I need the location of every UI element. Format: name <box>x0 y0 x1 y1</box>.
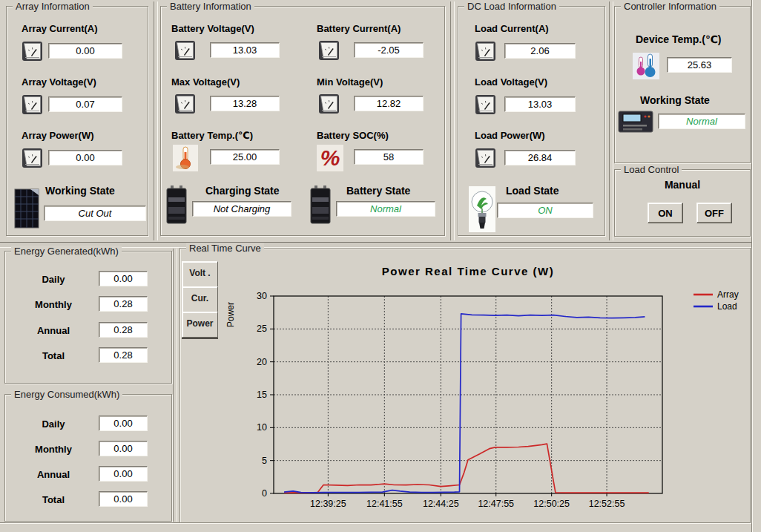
groupbox-title: Array Information <box>13 1 93 12</box>
load-state-field[interactable]: ON <box>497 203 593 218</box>
charging-state-label: Charging State <box>205 185 280 197</box>
percent-icon: % <box>317 145 343 171</box>
svg-text:12:44:25: 12:44:25 <box>423 499 459 509</box>
panel-separator <box>609 1 613 240</box>
array-voltage-label: Array Voltage(V) <box>22 76 96 88</box>
battery-state-field[interactable]: Normal <box>336 201 435 217</box>
svg-text:15: 15 <box>257 390 267 400</box>
load-power-field[interactable]: 26.84 <box>504 150 576 165</box>
min-voltage-field[interactable]: 12.82 <box>354 96 424 111</box>
max-voltage-field[interactable]: 13.28 <box>210 96 280 111</box>
svg-text:12:52:55: 12:52:55 <box>589 499 625 509</box>
array-working-state-field[interactable]: Cut Out <box>44 206 146 221</box>
gauge-icon <box>475 93 497 116</box>
svg-text:25: 25 <box>257 324 267 334</box>
real-time-curve-groupbox: Real Time Curve Volt . Cur. Power Power … <box>179 248 751 523</box>
array-voltage-field[interactable]: 0.07 <box>48 96 122 112</box>
tab-cur[interactable]: Cur. <box>182 286 218 312</box>
solar-panel-icon <box>13 188 41 231</box>
tab-volt[interactable]: Volt . <box>182 261 218 287</box>
battery-temp-field[interactable]: 25.00 <box>210 149 280 165</box>
consumed-annual-field[interactable]: 0.00 <box>99 466 148 482</box>
svg-text:Array: Array <box>717 289 739 300</box>
generated-monthly-field[interactable]: 0.28 <box>99 296 148 312</box>
thermometer-icon <box>173 145 198 171</box>
battery-current-field[interactable]: -2.05 <box>354 42 424 58</box>
battery-soc-label: Battery SOC(%) <box>317 130 389 141</box>
load-power-label: Load Power(W) <box>475 130 545 141</box>
battery-icon <box>165 185 188 225</box>
array-power-field[interactable]: 0.00 <box>48 150 122 165</box>
groupbox-title: Real Time Curve <box>186 243 264 254</box>
dc-load-information-groupbox: DC Load Information Load Current(A) 2.06… <box>458 6 605 236</box>
daily-label: Daily <box>27 418 79 430</box>
battery-state-label: Battery State <box>346 185 410 197</box>
max-voltage-label: Max Voltage(V) <box>171 76 240 88</box>
load-off-button[interactable]: OFF <box>696 203 732 223</box>
gauge-icon <box>22 147 44 169</box>
total-label: Total <box>27 494 79 505</box>
array-working-state-label: Working State <box>45 185 115 197</box>
panel-separator <box>450 1 455 240</box>
svg-text:5: 5 <box>262 456 267 466</box>
gauge-icon <box>174 93 197 115</box>
array-current-field[interactable]: 0.00 <box>48 43 122 59</box>
panel-separator <box>173 249 177 522</box>
svg-text:12:39:25: 12:39:25 <box>310 499 346 509</box>
battery-voltage-field[interactable]: 13.03 <box>210 42 280 58</box>
groupbox-title: Load Control <box>621 164 682 175</box>
gauge-icon <box>174 39 197 62</box>
annual-label: Annual <box>27 325 79 336</box>
load-state-label: Load State <box>506 185 559 197</box>
generated-daily-field[interactable]: 0.00 <box>99 271 148 286</box>
consumed-daily-field[interactable]: 0.00 <box>99 416 148 431</box>
svg-text:%: % <box>320 145 340 170</box>
window-edge-bottom <box>0 522 751 532</box>
daily-label: Daily <box>27 274 79 285</box>
battery-voltage-label: Battery Voltage(V) <box>171 23 254 34</box>
consumed-total-field[interactable]: 0.00 <box>99 491 148 507</box>
generated-annual-field[interactable]: 0.28 <box>99 322 148 338</box>
generated-total-field[interactable]: 0.28 <box>99 347 148 363</box>
svg-text:Power: Power <box>225 302 236 327</box>
load-voltage-field[interactable]: 13.03 <box>504 96 576 112</box>
energy-consumed-groupbox: Energy Consumed(kWh) Daily 0.00 Monthly … <box>4 394 172 522</box>
charging-state-field[interactable]: Not Charging <box>192 201 291 217</box>
svg-text:10: 10 <box>257 422 267 433</box>
manual-mode-label: Manual <box>615 179 750 191</box>
tab-power[interactable]: Power <box>182 312 218 338</box>
consumed-monthly-field[interactable]: 0.00 <box>99 441 148 456</box>
svg-text:0: 0 <box>262 488 267 499</box>
array-power-label: Array Power(W) <box>22 130 94 141</box>
window-edge-right <box>751 0 761 532</box>
svg-text:30: 30 <box>257 291 267 301</box>
total-label: Total <box>27 350 79 361</box>
load-voltage-label: Load Voltage(V) <box>475 76 547 88</box>
monthly-label: Monthly <box>27 299 79 310</box>
dual-thermometer-icon <box>633 53 659 79</box>
controller-working-state-label: Working State <box>640 94 710 106</box>
array-information-groupbox: Array Information Array Current(A) 0.00 … <box>6 6 148 236</box>
battery-soc-field[interactable]: 58 <box>354 149 424 165</box>
monthly-label: Monthly <box>27 444 79 455</box>
groupbox-title: Energy Consumed(kWh) <box>11 389 122 400</box>
groupbox-title: Controller Information <box>621 1 719 12</box>
annual-label: Annual <box>27 469 79 480</box>
load-current-label: Load Current(A) <box>475 23 549 34</box>
controller-information-groupbox: Controller Information Device Temp.(℃) 2… <box>614 6 751 163</box>
battery-temp-label: Battery Temp.(℃) <box>171 130 253 141</box>
load-current-field[interactable]: 2.06 <box>504 43 576 59</box>
power-chart: Power Real Time Curve (W)Power0510152025… <box>219 253 747 519</box>
load-control-groupbox: Load Control Manual ON OFF <box>614 169 751 237</box>
array-current-label: Array Current(A) <box>22 23 98 34</box>
gauge-icon <box>22 93 44 116</box>
device-temp-field[interactable]: 25.63 <box>667 57 732 73</box>
controller-working-state-field[interactable]: Normal <box>658 114 745 129</box>
gauge-icon <box>318 39 340 62</box>
load-on-button[interactable]: ON <box>648 203 683 223</box>
gauge-icon <box>475 147 497 169</box>
battery-information-groupbox: Battery Information Battery Voltage(V) 1… <box>160 6 445 236</box>
svg-text:Load: Load <box>717 301 737 312</box>
panel-separator <box>154 1 158 240</box>
battery-current-label: Battery Current(A) <box>317 23 401 34</box>
